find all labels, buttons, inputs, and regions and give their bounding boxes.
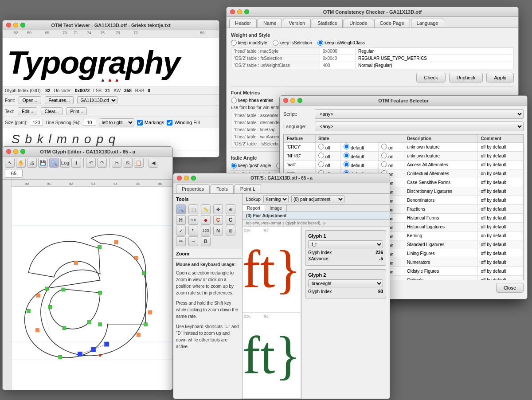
tab-tools[interactable]: Tools — [211, 184, 234, 193]
tool-copy[interactable]: ⎘ — [123, 158, 133, 168]
tool-pencil[interactable]: ✏ — [176, 236, 186, 246]
direction-select[interactable]: left to right — [99, 118, 134, 126]
keep-mac-label: keep macStyle — [238, 40, 267, 45]
feature-state-on[interactable]: on — [379, 161, 404, 169]
tool-back[interactable]: ◀ — [149, 158, 158, 168]
tab-language[interactable]: Language — [411, 19, 444, 27]
checker-close-btn[interactable] — [230, 9, 235, 14]
tool-dot-red[interactable]: ● — [201, 215, 211, 225]
feature-state-default[interactable]: default — [341, 152, 379, 161]
pair-adj-close-btn[interactable] — [177, 176, 182, 180]
tool-letter-B[interactable]: B — [201, 236, 211, 246]
tool-hand[interactable]: ✋ — [16, 158, 26, 168]
markings-checkbox[interactable] — [137, 120, 143, 125]
spacing-input[interactable]: 10 — [83, 119, 96, 126]
tab-point[interactable]: Point L — [235, 184, 261, 193]
feature-state-default[interactable]: default — [341, 161, 379, 169]
kerning-select[interactable]: Kerning — [263, 195, 289, 203]
tool-print[interactable]: 🖨 — [27, 158, 37, 168]
zoom-button[interactable] — [20, 23, 25, 27]
tab-statistics[interactable]: Statistics — [312, 19, 343, 27]
glyph1-index-val: 236 — [376, 250, 383, 255]
tool-info[interactable]: ℹ — [71, 158, 81, 168]
tool-letter-N[interactable]: N — [213, 226, 223, 235]
tool-select-rect[interactable]: ⬚ — [188, 204, 198, 214]
fs-minimize-btn[interactable] — [290, 98, 295, 103]
tab-header[interactable]: Header — [229, 19, 257, 27]
pair-adj-minimize-btn[interactable] — [184, 176, 189, 180]
keep-fs-radio[interactable]: keep fsSelection — [273, 40, 312, 46]
keep-post-radio[interactable]: keep 'post' angle — [231, 163, 271, 169]
feature-state-off[interactable]: off — [315, 161, 340, 169]
feature-state-on[interactable]: on — [379, 152, 404, 161]
tool-paste[interactable]: 📋 — [134, 158, 144, 168]
feature-state-off[interactable]: off — [315, 143, 340, 152]
feature-state-off[interactable]: off — [315, 152, 340, 161]
edit-btn[interactable]: Edit... — [18, 107, 37, 115]
font-open-btn[interactable]: Open... — [19, 96, 41, 104]
print-btn[interactable]: Print... — [66, 107, 87, 115]
keep-us-radio[interactable]: keep usWeightClass — [317, 40, 365, 46]
tab-codepage[interactable]: Code Page — [374, 19, 410, 27]
glyph-editor-close-btn[interactable] — [6, 149, 11, 154]
tool-extra1[interactable]: ⊕ — [226, 204, 235, 214]
tool-arrow[interactable]: ↖ — [5, 158, 15, 168]
tool-zoom-select[interactable]: 🔍 — [176, 204, 186, 214]
fs-zoom-btn[interactable] — [297, 98, 302, 103]
minimize-button[interactable] — [13, 23, 18, 27]
tool-cut[interactable]: ✂ — [112, 158, 121, 168]
keep-mac-radio[interactable]: keep macStyle — [231, 40, 267, 46]
tool-num36[interactable]: 3.6 — [188, 215, 198, 225]
markings-checkbox-row[interactable]: Markings — [137, 120, 164, 125]
checker-minimize-btn[interactable] — [237, 9, 242, 14]
tool-letter-H[interactable]: H — [176, 215, 186, 225]
tool-undo[interactable]: ↶ — [86, 158, 96, 168]
tool-pilcrow[interactable]: ¶ — [188, 226, 198, 235]
clear-btn[interactable]: Clear... — [41, 107, 63, 115]
tab-properties[interactable]: Properties — [176, 184, 210, 193]
features-btn[interactable]: Features... — [45, 96, 74, 104]
tool-letter-C[interactable]: C — [213, 215, 223, 225]
tool-save[interactable]: 💾 — [38, 158, 48, 168]
winding-checkbox[interactable] — [167, 120, 172, 125]
feature-state-default[interactable]: default — [341, 143, 379, 152]
tool-log[interactable]: Log — [60, 158, 70, 168]
image-tab[interactable]: Image — [265, 205, 287, 212]
tool-redo[interactable]: ↷ — [97, 158, 107, 168]
check-btn[interactable]: Check — [416, 73, 445, 82]
script-select[interactable]: <any> — [315, 109, 524, 119]
tab-name[interactable]: Name — [258, 19, 282, 27]
report-tab[interactable]: Report — [243, 205, 265, 212]
tool-letter-C2[interactable]: C — [226, 215, 235, 225]
tool-extra2[interactable]: ⊞ — [226, 226, 235, 235]
fs-close-btn[interactable] — [283, 98, 288, 103]
font-select[interactable]: GA11X13D.otf — [77, 96, 117, 104]
checker-zoom-btn[interactable] — [244, 9, 249, 14]
tool-zoom-in[interactable]: 🔍 — [49, 158, 59, 168]
size-input[interactable]: 120 — [30, 119, 43, 126]
language-select[interactable]: <any> — [315, 122, 524, 131]
apply-btn[interactable]: Apply — [486, 73, 514, 82]
glyph1-dropdown[interactable]: f_t — [308, 240, 383, 248]
tab-unicode[interactable]: Unicode — [344, 19, 373, 27]
glyph-editor-zoom-btn[interactable] — [20, 149, 25, 154]
glyph-editor-minimize-btn[interactable] — [13, 149, 18, 154]
tool-num123[interactable]: 123 — [201, 226, 211, 235]
tool-arrow-right[interactable]: → — [188, 236, 198, 246]
close-btn[interactable]: Close — [496, 283, 524, 293]
preview-cell-top: 236 93 ft} — [243, 227, 301, 313]
keep-hhea-radio[interactable]: keep hhea entries — [231, 98, 274, 103]
glyph-canvas-area[interactable] — [12, 187, 172, 390]
tool-ruler2[interactable]: 📏 — [201, 204, 211, 214]
glyph2-dropdown[interactable]: braceright — [308, 279, 383, 287]
tab-version[interactable]: Version — [283, 19, 311, 27]
close-button[interactable] — [6, 23, 11, 27]
winding-checkbox-row[interactable]: Winding Fill — [167, 120, 200, 125]
uncheck-btn[interactable]: Uncheck — [449, 73, 483, 82]
glyph-number-input[interactable]: 65 — [5, 169, 23, 178]
pair-count-select[interactable]: (0) pair adjustment — [291, 195, 344, 203]
pair-adj-zoom-btn[interactable] — [191, 176, 196, 180]
feature-state-on[interactable]: on — [379, 143, 404, 152]
tool-move2[interactable]: ✥ — [213, 204, 223, 214]
tool-checkmark[interactable]: ✓ — [176, 226, 186, 235]
